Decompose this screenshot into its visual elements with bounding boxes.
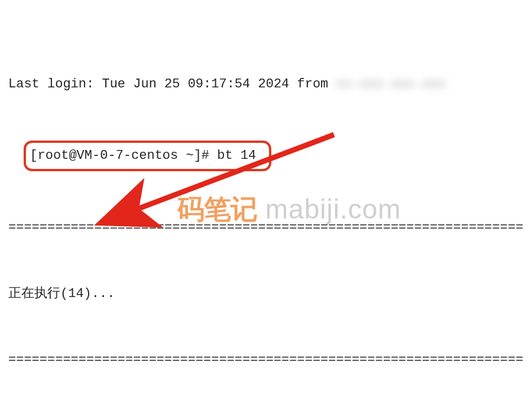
last-login-prefix: Last login: bbox=[8, 77, 102, 92]
terminal-output: Last login: Tue Jun 25 09:17:54 2024 fro… bbox=[0, 0, 532, 411]
shell-prompt: [root@VM-0-7-centos ~]# bbox=[30, 148, 217, 163]
last-login-from-word: from bbox=[289, 77, 336, 92]
last-login-line: Last login: Tue Jun 25 09:17:54 2024 fro… bbox=[8, 73, 524, 95]
last-login-ip-masked: xx.xxx.xxx.xxx bbox=[336, 77, 446, 92]
last-login-time: Tue Jun 25 09:17:54 2024 bbox=[102, 77, 289, 92]
shell-command[interactable]: bt 14 bbox=[217, 148, 256, 163]
divider-line: ========================================… bbox=[8, 349, 524, 371]
command-highlight-box: [root@VM-0-7-centos ~]# bt 14 bbox=[24, 141, 271, 171]
divider-line: ========================================… bbox=[8, 217, 524, 239]
executing-line: 正在执行(14)... bbox=[8, 283, 524, 305]
